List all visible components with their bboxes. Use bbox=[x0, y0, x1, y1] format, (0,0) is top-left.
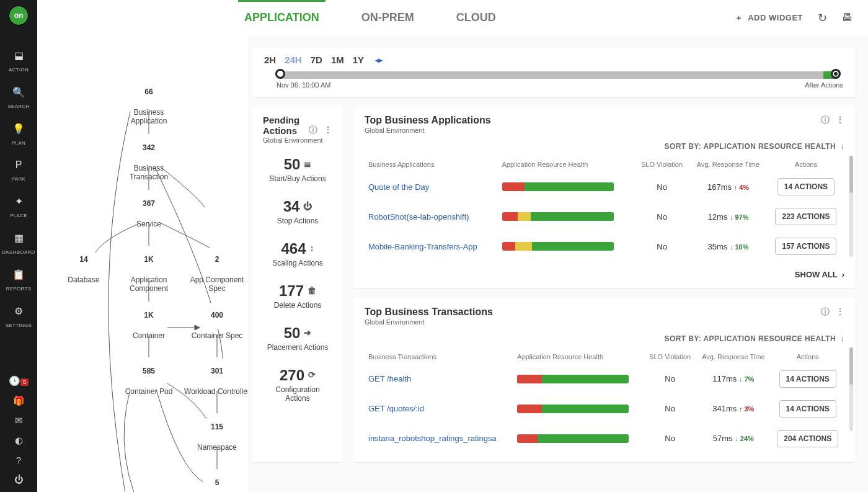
col-header: SLO Violation bbox=[644, 349, 696, 364]
rt-cell: 117ms ↓ 7% bbox=[696, 364, 771, 394]
pending-action-item[interactable]: 177🗑Delete Actions bbox=[263, 282, 332, 310]
scrollbar[interactable] bbox=[849, 156, 853, 257]
pending-scope: Global Environment bbox=[263, 136, 332, 145]
health-bar bbox=[502, 182, 614, 191]
supply-node[interactable]: 115Namespace bbox=[183, 413, 248, 452]
actions-button[interactable]: 14 ACTIONS bbox=[779, 400, 836, 418]
app-link[interactable]: GET /health bbox=[368, 374, 411, 383]
plus-icon: ＋ bbox=[735, 12, 743, 24]
supply-node[interactable]: 342Business Transaction bbox=[115, 134, 183, 181]
sidebar-item-dashboard[interactable]: ▦DASHBOARD bbox=[0, 227, 37, 264]
time-range-1Y[interactable]: 1Y bbox=[353, 55, 364, 65]
more-icon[interactable]: ⋮ bbox=[836, 115, 844, 126]
help-icon[interactable]: ⓘ bbox=[309, 125, 317, 136]
pa-label: Scaling Actions bbox=[263, 259, 332, 267]
table-row: GET /health No 117ms ↓ 7% 14 ACTIONS bbox=[365, 364, 844, 394]
nav-label: SETTINGS bbox=[6, 323, 32, 328]
sidebar-item-plan[interactable]: 💡PLAN bbox=[0, 118, 37, 154]
rt-cell: 12ms ↓ 97% bbox=[689, 202, 768, 231]
sidebar-item-settings[interactable]: ⚙SETTINGS bbox=[0, 300, 37, 337]
power-icon[interactable]: ⏻ bbox=[14, 474, 24, 485]
gift-icon[interactable]: 🎁 bbox=[13, 395, 25, 406]
slo-cell: No bbox=[635, 172, 689, 202]
supply-chain-graph[interactable]: 66Business Application342Business Transa… bbox=[37, 36, 248, 492]
sort-by-button[interactable]: SORT BY: APPLICATION RESOURCE HEALTH ↓ bbox=[365, 142, 844, 151]
actions-button[interactable]: 204 ACTIONS bbox=[777, 430, 838, 447]
supply-node[interactable]: 66Business Application bbox=[115, 78, 183, 125]
supply-node[interactable]: 585Container Pod bbox=[115, 357, 183, 396]
scrub-icon[interactable]: ◂▸ bbox=[375, 56, 383, 65]
app-link[interactable]: GET /quotes/:id bbox=[368, 404, 424, 413]
time-end-label: After Actions bbox=[805, 81, 843, 89]
col-header: Avg. Response Time bbox=[696, 349, 771, 364]
pending-action-item[interactable]: 34⏻Stop Actions bbox=[263, 198, 332, 225]
pending-action-item[interactable]: 270⟳Configuration Actions bbox=[263, 367, 332, 403]
app-link[interactable]: Quote of the Day bbox=[368, 182, 429, 192]
scrollbar[interactable] bbox=[849, 347, 853, 431]
node-label: Container Spec bbox=[183, 331, 248, 340]
pa-count: 177 bbox=[279, 282, 304, 300]
actions-button[interactable]: 157 ACTIONS bbox=[775, 238, 836, 255]
supply-node[interactable]: 400Container Spec bbox=[183, 302, 248, 340]
add-widget-button[interactable]: ＋ ADD WIDGET bbox=[735, 12, 803, 24]
supply-node[interactable]: 301Workload Controller bbox=[183, 357, 248, 396]
app-link[interactable]: instana_robotshop_ratings_ratingsa bbox=[368, 434, 497, 443]
supply-node[interactable]: 2App Component Spec bbox=[183, 246, 248, 293]
time-range-1M[interactable]: 1M bbox=[331, 55, 344, 65]
table-row: Quote of the Day No 167ms ↑ 4% 14 ACTION… bbox=[365, 172, 844, 202]
nav-label: REPORTS bbox=[6, 286, 32, 292]
slider-knob-start[interactable] bbox=[275, 69, 285, 79]
help-icon[interactable]: ⓘ bbox=[821, 306, 830, 318]
time-range-2H[interactable]: 2H bbox=[264, 55, 276, 65]
sidebar-item-reports[interactable]: 📋REPORTS bbox=[0, 264, 37, 300]
time-slider[interactable] bbox=[277, 71, 839, 79]
supply-node[interactable]: 1KApplication Component bbox=[115, 246, 183, 293]
pending-action-item[interactable]: 50➔Placement Actions bbox=[263, 324, 332, 352]
node-label: Namespace bbox=[183, 443, 248, 452]
supply-node[interactable]: 5Container Platform Clust bbox=[183, 469, 248, 492]
print-icon[interactable]: 🖶 bbox=[842, 11, 853, 24]
nav-icon: ▦ bbox=[0, 232, 37, 244]
show-all-button[interactable]: SHOW ALL › bbox=[365, 270, 844, 279]
supply-node[interactable]: 367Service bbox=[115, 190, 183, 228]
top-apps-title: Top Business Applications bbox=[365, 115, 491, 126]
pending-action-item[interactable]: 50≣Start/Buy Actions bbox=[263, 156, 332, 183]
help-icon[interactable]: ? bbox=[16, 455, 21, 465]
node-label: Database bbox=[50, 275, 118, 284]
supply-node[interactable]: 14Database bbox=[50, 246, 118, 284]
node-ring: 342 bbox=[135, 134, 162, 161]
actions-button[interactable]: 14 ACTIONS bbox=[779, 370, 836, 388]
pending-title: Pending Actions bbox=[263, 115, 332, 136]
slider-knob-end[interactable] bbox=[831, 69, 841, 79]
pending-action-item[interactable]: 464↕Scaling Actions bbox=[263, 240, 332, 267]
node-ring: 115 bbox=[203, 413, 231, 441]
node-ring: 1K bbox=[135, 302, 162, 329]
app-link[interactable]: RobotShot(se-lab-openshift) bbox=[368, 212, 469, 221]
time-range-24H[interactable]: 24H bbox=[285, 55, 302, 65]
supply-node[interactable]: 1KContainer bbox=[115, 302, 183, 340]
actions-button[interactable]: 223 ACTIONS bbox=[775, 208, 836, 225]
globe-icon[interactable]: ◐ bbox=[15, 435, 23, 446]
time-range-7D[interactable]: 7D bbox=[311, 55, 322, 65]
actions-button[interactable]: 14 ACTIONS bbox=[777, 178, 835, 195]
sidebar-item-action[interactable]: ⬓ACTION bbox=[0, 45, 37, 81]
history-icon[interactable]: ↻ bbox=[818, 11, 827, 25]
brand-logo[interactable]: on bbox=[8, 5, 29, 26]
more-icon[interactable]: ⋮ bbox=[324, 125, 332, 136]
notifications-icon[interactable]: 🕓5 bbox=[9, 375, 29, 387]
more-icon[interactable]: ⋮ bbox=[836, 306, 844, 318]
col-header: Business Transactions bbox=[365, 349, 513, 364]
help-icon[interactable]: ⓘ bbox=[821, 115, 830, 126]
pa-icon: ➔ bbox=[304, 328, 311, 338]
app-link[interactable]: Mobile-Banking-Transfers-App bbox=[368, 242, 477, 251]
mail-icon[interactable]: ✉ bbox=[15, 415, 23, 426]
nav-label: SEARCH bbox=[7, 104, 29, 109]
sidebar-item-place[interactable]: ✦PLACE bbox=[0, 190, 37, 227]
sidebar-item-search[interactable]: 🔍SEARCH bbox=[0, 81, 37, 118]
tab-on-prem[interactable]: ON-PREM bbox=[359, 2, 417, 33]
tab-cloud[interactable]: CLOUD bbox=[454, 2, 498, 33]
sidebar-item-park[interactable]: PPARK bbox=[0, 154, 37, 190]
tab-application[interactable]: APPLICATION bbox=[242, 2, 322, 33]
table-row: Mobile-Banking-Transfers-App No 35ms ↓ 1… bbox=[365, 231, 844, 261]
sort-by-button[interactable]: SORT BY: APPLICATION RESOURCE HEALTH ↓ bbox=[365, 334, 844, 343]
